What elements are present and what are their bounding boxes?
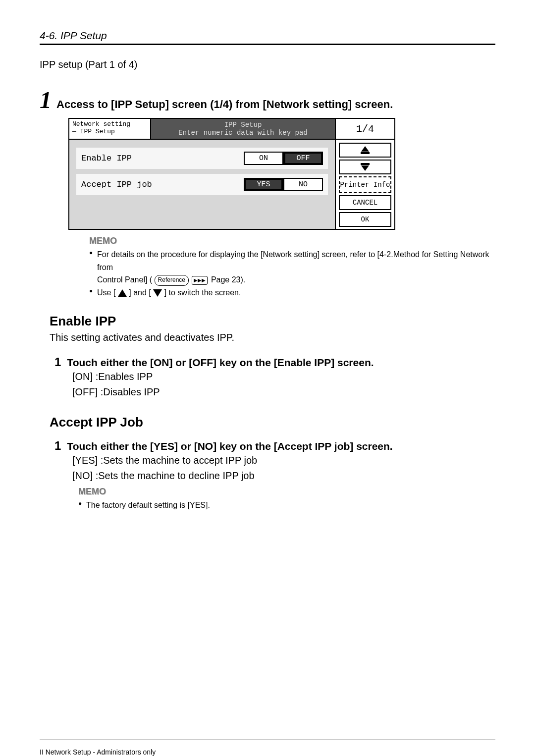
row-enable-ipp-label: Enable IPP — [81, 154, 165, 163]
memo-1-page-ref: Page 23). — [211, 275, 245, 284]
accept-ipp-no-button[interactable]: NO — [283, 178, 323, 191]
footer-left-line-1: II Network Setup - Administrators only — [40, 747, 165, 756]
step-1-number: 1 — [40, 88, 52, 112]
accept-ipp-yes-button[interactable]: YES — [244, 178, 283, 191]
inline-arrow-down-icon — [153, 289, 162, 297]
enable-ipp-step-1-body: [ON] :Enables IPP [OFF] :Disables IPP — [72, 369, 495, 400]
panel-wrap: Network setting — IPP Setup IPP Setup En… — [68, 118, 495, 230]
memo-2-label: MEMO — [78, 486, 106, 497]
footer-rule — [40, 740, 495, 740]
panel-title-line1: IPP Setup — [153, 121, 333, 129]
ipp-setup-panel: Network setting — IPP Setup IPP Setup En… — [68, 118, 395, 230]
inline-arrow-up-icon — [118, 289, 127, 297]
memo-1-label: MEMO — [89, 236, 117, 246]
accept-ipp-line-no: [NO] :Sets the machine to decline IPP jo… — [72, 468, 495, 484]
panel-side: Printer Info CANCEL OK — [335, 140, 394, 229]
enable-ipp-step-1: 1 Touch either the [ON] or [OFF] key on … — [54, 355, 495, 369]
memo-1-line-2: Use [ ] and [ ] to switch the screen. — [89, 286, 495, 299]
step-1-title: Access to [IPP Setup] screen (1/4) from … — [56, 98, 393, 111]
cancel-button[interactable]: CANCEL — [339, 195, 391, 210]
breadcrumb: Network setting — IPP Setup — [69, 119, 151, 139]
breadcrumb-line1: Network setting — [72, 121, 147, 128]
enable-ipp-line-off: [OFF] :Disables IPP — [72, 384, 495, 400]
enable-ipp-line-on: [ON] :Enables IPP — [72, 369, 495, 384]
accept-ipp-step-1: 1 Touch either the [YES] or [NO] key on … — [54, 439, 495, 453]
accept-ipp-heading: Accept IPP Job — [50, 415, 495, 430]
enable-ipp-step-1-title: Touch either the [ON] or [OFF] key on th… — [67, 357, 374, 369]
accept-ipp-line-yes: [YES] :Sets the machine to accept IPP jo… — [72, 453, 495, 468]
memo-1-line-1a: For details on the procedure for display… — [97, 250, 489, 271]
panel-titlebar: Network setting — IPP Setup IPP Setup En… — [69, 119, 394, 140]
accept-ipp-step-1-body: [YES] :Sets the machine to accept IPP jo… — [72, 453, 495, 484]
intro-text: IPP setup (Part 1 of 4) — [40, 59, 495, 70]
enable-ipp-on-button[interactable]: ON — [244, 152, 283, 165]
panel-title: IPP Setup Enter numeric data with key pa… — [151, 119, 335, 139]
row-accept-ipp-label: Accept IPP job — [81, 180, 165, 189]
header-rule — [40, 44, 495, 45]
page-footer: II Network Setup - Administrators only C… — [40, 740, 495, 756]
section-header: 4-6. IPP Setup — [40, 30, 495, 42]
reference-pill: Reference — [155, 275, 189, 285]
footer-left: II Network Setup - Administrators only C… — [40, 747, 165, 756]
ok-button[interactable]: OK — [339, 212, 391, 227]
enable-ipp-off-button[interactable]: OFF — [283, 152, 323, 165]
page-up-button[interactable] — [339, 143, 391, 158]
memo-1-line-1: For details on the procedure for display… — [89, 248, 495, 286]
memo-1-line-1b: Control Panel] ( — [97, 275, 155, 284]
reference-arrow-icon: ▶▶▶ — [192, 276, 208, 285]
memo-1-line-2c: ] to switch the screen. — [164, 288, 241, 297]
enable-ipp-desc: This setting activates and deactivates I… — [50, 332, 495, 343]
row-enable-ipp: Enable IPP ON OFF — [76, 148, 328, 169]
memo-2-line: The factory default setting is [YES]. — [78, 499, 495, 512]
panel-title-line2: Enter numeric data with key pad — [153, 129, 333, 137]
arrow-up-icon — [361, 146, 370, 154]
memo-2: MEMO The factory default setting is [YES… — [78, 486, 495, 512]
row-accept-ipp: Accept IPP job YES NO — [76, 174, 328, 195]
printer-info-button[interactable]: Printer Info — [339, 176, 391, 193]
accept-ipp-step-1-num: 1 — [54, 439, 61, 453]
memo-1: MEMO For details on the procedure for di… — [89, 236, 495, 299]
step-1: 1 Access to [IPP Setup] screen (1/4) fro… — [40, 88, 495, 112]
page-down-button[interactable] — [339, 160, 391, 174]
memo-1-line-2a: Use [ — [97, 288, 115, 297]
breadcrumb-line2: — IPP Setup — [72, 128, 147, 136]
page-indicator: 1/4 — [335, 119, 394, 139]
enable-ipp-step-1-num: 1 — [54, 355, 61, 369]
arrow-down-icon — [361, 163, 370, 171]
enable-ipp-heading: Enable IPP — [50, 314, 495, 329]
panel-main: Enable IPP ON OFF Accept IPP job YES NO — [69, 140, 335, 229]
memo-1-line-2b: ] and [ — [129, 288, 151, 297]
accept-ipp-step-1-title: Touch either the [YES] or [NO] key on th… — [67, 440, 392, 452]
